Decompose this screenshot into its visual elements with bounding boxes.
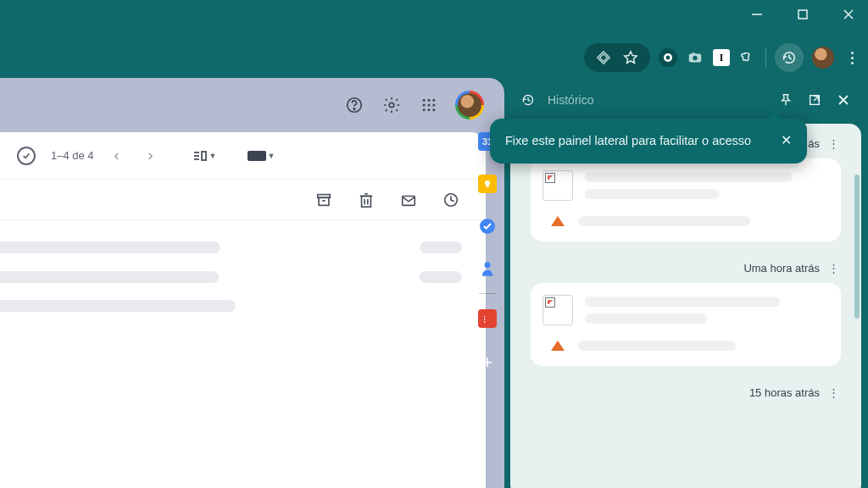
extension-icon-instapaper[interactable]: I xyxy=(713,49,730,66)
callout-close-button[interactable]: ✕ xyxy=(781,132,792,148)
broken-image-icon xyxy=(545,297,555,308)
svg-point-18 xyxy=(423,108,426,111)
toolbar-separator xyxy=(765,48,766,67)
archive-icon[interactable] xyxy=(314,191,333,209)
mail-row[interactable] xyxy=(0,291,462,320)
history-thumbnail xyxy=(542,170,573,201)
window-maximize-button[interactable] xyxy=(790,2,815,27)
mark-read-icon[interactable] xyxy=(399,191,418,209)
svg-rect-1 xyxy=(798,10,807,19)
group-menu-button[interactable]: ⋮ xyxy=(828,137,839,150)
mail-row[interactable] xyxy=(0,263,462,291)
callout-message: Fixe este painel lateral para facilitar … xyxy=(505,132,769,150)
mail-row-redacted xyxy=(420,241,462,253)
svg-point-15 xyxy=(423,104,426,107)
todoist-addon-icon[interactable] xyxy=(478,309,497,328)
mail-row-redacted xyxy=(0,300,236,312)
svg-point-14 xyxy=(432,99,435,102)
pagination-count: 1–4 de 4 xyxy=(51,149,94,162)
omnibox-actions-chip xyxy=(584,43,650,72)
history-group-label: 15 horas atrás xyxy=(749,386,820,399)
google-addon-sidebar: 31 + xyxy=(470,132,504,374)
svg-rect-27 xyxy=(319,197,329,205)
history-icon xyxy=(519,91,537,109)
split-pane-toggle[interactable]: ▼ xyxy=(192,150,217,162)
history-icon[interactable] xyxy=(775,43,804,72)
history-group: Uma hora atrás ⋮ xyxy=(519,257,853,381)
add-addon-button[interactable]: + xyxy=(482,352,493,374)
history-group-label: Uma hora atrás xyxy=(743,262,820,274)
history-entry-redacted xyxy=(585,313,707,324)
window-minimize-button[interactable] xyxy=(744,2,770,27)
history-thumbnail xyxy=(542,295,573,325)
profile-avatar[interactable] xyxy=(812,47,834,69)
next-page-button[interactable]: › xyxy=(140,147,162,164)
bookmark-star-icon[interactable] xyxy=(621,48,640,67)
mail-row-redacted xyxy=(0,271,219,283)
history-entry-redacted xyxy=(578,341,736,351)
svg-rect-29 xyxy=(362,196,371,207)
svg-point-11 xyxy=(389,103,394,108)
svg-point-16 xyxy=(428,104,431,107)
svg-point-17 xyxy=(432,104,435,107)
close-panel-button[interactable] xyxy=(834,91,853,109)
extensions-puzzle-icon[interactable] xyxy=(738,48,757,67)
svg-rect-37 xyxy=(487,185,489,187)
svg-point-13 xyxy=(428,99,431,102)
support-icon[interactable] xyxy=(343,94,365,116)
history-panel-body: ...ás ⋮ Uma hora atrás xyxy=(510,124,861,488)
svg-point-5 xyxy=(666,56,670,60)
gmail-message-list: do xyxy=(0,220,486,320)
site-favicon xyxy=(549,213,566,230)
history-group: 15 horas atrás ⋮ xyxy=(519,381,853,414)
extension-icon-1[interactable] xyxy=(659,48,677,67)
gmail-app: 1–4 de 4 ‹ › ▼ ▼ do xyxy=(0,78,504,488)
browser-toolbar: I xyxy=(584,41,861,75)
svg-point-10 xyxy=(353,108,355,110)
select-all-icon[interactable] xyxy=(17,147,36,165)
settings-gear-icon[interactable] xyxy=(381,94,403,116)
gmail-header xyxy=(0,78,504,132)
pin-panel-button[interactable] xyxy=(776,91,795,109)
prev-page-button[interactable]: ‹ xyxy=(106,147,128,164)
window-titlebar xyxy=(0,0,868,29)
history-entry-redacted xyxy=(585,297,780,307)
broken-image-icon xyxy=(545,173,555,183)
input-mode-toggle[interactable]: ▼ xyxy=(248,151,275,161)
mail-row-redacted xyxy=(420,271,462,283)
history-card[interactable] xyxy=(531,158,841,241)
history-panel-header: Histórico xyxy=(510,83,861,117)
site-favicon xyxy=(549,337,566,354)
mail-row[interactable]: do xyxy=(0,232,462,263)
group-menu-button[interactable]: ⋮ xyxy=(828,386,839,399)
camera-icon[interactable] xyxy=(686,48,704,67)
pin-panel-callout: Fixe este painel lateral para facilitar … xyxy=(490,119,807,164)
history-panel-title: Histórico xyxy=(548,93,766,107)
addon-divider xyxy=(479,293,496,294)
svg-point-19 xyxy=(428,108,431,111)
tasks-addon-icon[interactable] xyxy=(478,217,497,236)
gmail-account-avatar[interactable] xyxy=(455,91,484,119)
contacts-addon-icon[interactable] xyxy=(478,259,497,278)
keep-addon-icon[interactable] xyxy=(478,175,497,193)
history-entry-redacted xyxy=(585,172,793,182)
window-close-button[interactable] xyxy=(836,2,861,27)
scrollbar-thumb[interactable] xyxy=(854,175,860,319)
snooze-icon[interactable] xyxy=(442,191,460,209)
group-menu-button[interactable]: ⋮ xyxy=(828,262,839,274)
gmail-mailbox: 1–4 de 4 ‹ › ▼ ▼ do xyxy=(0,132,486,488)
apps-grid-icon[interactable] xyxy=(418,94,440,116)
diamond-icon[interactable] xyxy=(594,48,613,67)
mail-row-redacted xyxy=(0,241,220,253)
svg-rect-8 xyxy=(692,53,695,54)
history-card[interactable] xyxy=(531,283,841,366)
svg-point-39 xyxy=(485,262,491,268)
svg-point-7 xyxy=(693,56,697,60)
browser-menu-button[interactable] xyxy=(843,48,861,67)
open-full-history-button[interactable] xyxy=(805,91,824,109)
gmail-message-actions xyxy=(0,180,486,220)
svg-line-42 xyxy=(814,97,818,101)
svg-rect-25 xyxy=(248,151,266,161)
delete-icon[interactable] xyxy=(357,191,376,209)
svg-point-20 xyxy=(432,108,435,111)
